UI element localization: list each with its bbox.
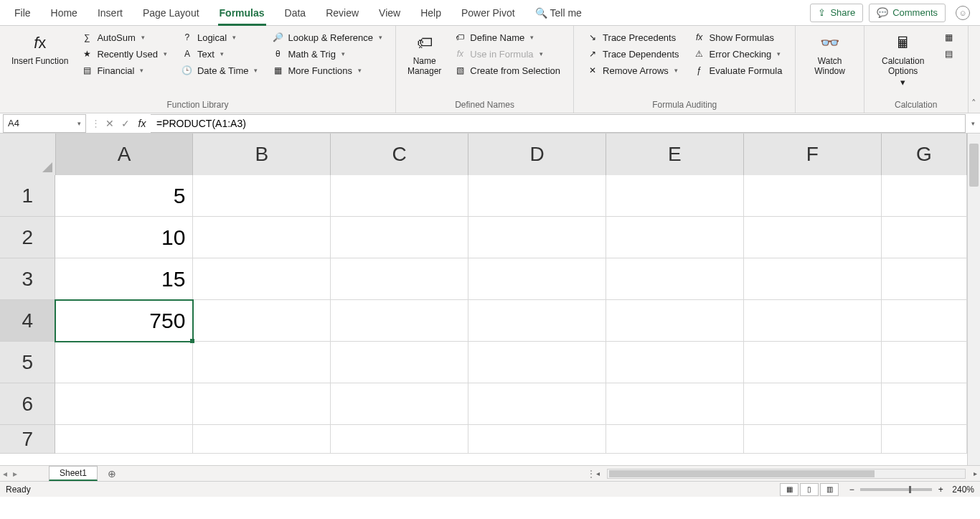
enter-formula-button[interactable]: ✓ xyxy=(118,118,133,129)
sheet-nav-prev[interactable]: ◂ xyxy=(0,469,10,479)
column-header-B[interactable]: B xyxy=(193,134,331,175)
name-box[interactable]: A4 ▾ xyxy=(3,114,86,133)
zoom-slider-thumb[interactable] xyxy=(909,486,911,493)
cell-A6[interactable] xyxy=(55,383,193,425)
error-checking-button[interactable]: ⚠Error Checking▾ xyxy=(689,47,787,61)
add-sheet-button[interactable]: ⊕ xyxy=(105,467,119,481)
cell-F6[interactable] xyxy=(744,383,882,425)
cell-D6[interactable] xyxy=(468,383,606,425)
view-page-layout-button[interactable]: ▯ xyxy=(800,483,819,496)
watch-window-button[interactable]: 👓 Watch Window xyxy=(801,29,857,80)
cell-B3[interactable] xyxy=(193,258,331,300)
recently-used-button[interactable]: ★Recently Used▾ xyxy=(77,47,171,61)
remove-arrows-button[interactable]: ✕Remove Arrows▾ xyxy=(583,63,683,78)
trace-dependents-button[interactable]: ↗Trace Dependents xyxy=(583,47,683,61)
hscroll-right[interactable]: ▸ xyxy=(970,469,980,477)
lookup-reference-button[interactable]: 🔎Lookup & Reference▾ xyxy=(268,30,387,45)
logical-button[interactable]: ?Logical▾ xyxy=(177,30,263,45)
calculate-sheet-button[interactable]: ▤ xyxy=(939,47,959,61)
cell-D5[interactable] xyxy=(468,342,606,383)
tab-home[interactable]: Home xyxy=(41,0,88,26)
sheet-tab-sheet1[interactable]: Sheet1 xyxy=(49,466,98,481)
row-header-5[interactable]: 5 xyxy=(0,342,55,383)
cell-F1[interactable] xyxy=(744,175,882,217)
cell-G3[interactable] xyxy=(882,258,967,300)
tab-formulas[interactable]: Formulas xyxy=(209,0,275,26)
collapse-ribbon-button[interactable]: ˄ xyxy=(969,26,980,113)
tab-page-layout[interactable]: Page Layout xyxy=(133,0,209,26)
cell-C7[interactable] xyxy=(331,425,468,454)
cell-E4[interactable] xyxy=(606,300,744,342)
cell-D2[interactable] xyxy=(468,217,606,258)
row-header-4[interactable]: 4 xyxy=(0,300,55,342)
name-manager-button[interactable]: 🏷 Name Manager xyxy=(402,29,447,80)
row-header-7[interactable]: 7 xyxy=(0,425,55,454)
show-formulas-button[interactable]: fxShow Formulas xyxy=(689,30,787,45)
tab-insert[interactable]: Insert xyxy=(88,0,133,26)
zoom-slider[interactable] xyxy=(860,488,932,491)
split-handle[interactable]: ⋮ xyxy=(587,469,593,479)
cell-A4[interactable]: 750 xyxy=(55,300,193,342)
row-header-6[interactable]: 6 xyxy=(0,383,55,425)
vertical-scrollbar[interactable] xyxy=(967,134,980,465)
column-header-C[interactable]: C xyxy=(331,134,468,175)
column-header-E[interactable]: E xyxy=(606,134,744,175)
cell-A1[interactable]: 5 xyxy=(55,175,193,217)
cell-A5[interactable] xyxy=(55,342,193,383)
feedback-smiley-icon[interactable]: ☺ xyxy=(956,6,970,20)
column-header-A[interactable]: A xyxy=(56,134,194,175)
share-button[interactable]: ⇪ Share xyxy=(810,4,863,22)
sheet-nav-next[interactable]: ▸ xyxy=(10,469,20,479)
horizontal-scrollbar[interactable] xyxy=(607,469,966,479)
cell-C1[interactable] xyxy=(331,175,468,217)
insert-function-fx-button[interactable]: fx xyxy=(133,118,151,129)
cell-A7[interactable] xyxy=(55,425,193,454)
cell-D1[interactable] xyxy=(468,175,606,217)
view-normal-button[interactable]: ▦ xyxy=(780,483,798,496)
tab-power-pivot[interactable]: Power Pivot xyxy=(451,0,525,26)
cell-C6[interactable] xyxy=(331,383,468,425)
cell-G5[interactable] xyxy=(882,342,967,383)
more-functions-button[interactable]: ▦More Functions▾ xyxy=(268,63,387,78)
cell-E1[interactable] xyxy=(606,175,744,217)
cell-B5[interactable] xyxy=(193,342,331,383)
tell-me-search[interactable]: 🔍 Tell me xyxy=(525,0,592,26)
autosum-button[interactable]: ∑AutoSum▾ xyxy=(77,30,171,45)
zoom-percent[interactable]: 240% xyxy=(952,485,974,495)
cell-E2[interactable] xyxy=(606,217,744,258)
cell-F2[interactable] xyxy=(744,217,882,258)
calculate-now-button[interactable]: ▦ xyxy=(939,30,959,45)
cell-G7[interactable] xyxy=(882,425,967,454)
zoom-in-button[interactable]: + xyxy=(935,485,946,495)
cell-G6[interactable] xyxy=(882,383,967,425)
row-header-3[interactable]: 3 xyxy=(0,258,55,300)
math-trig-button[interactable]: θMath & Trig▾ xyxy=(268,47,387,61)
tab-file[interactable]: File xyxy=(4,0,41,26)
cell-F7[interactable] xyxy=(744,425,882,454)
cell-G4[interactable] xyxy=(882,300,967,342)
tab-data[interactable]: Data xyxy=(275,0,316,26)
insert-function-button[interactable]: fx Insert Function xyxy=(6,29,74,69)
cell-E6[interactable] xyxy=(606,383,744,425)
cell-G2[interactable] xyxy=(882,217,967,258)
cell-C3[interactable] xyxy=(331,258,468,300)
view-page-break-button[interactable]: ▥ xyxy=(820,483,839,496)
cell-F4[interactable] xyxy=(744,300,882,342)
tab-help[interactable]: Help xyxy=(410,0,451,26)
cell-B2[interactable] xyxy=(193,217,331,258)
cancel-formula-button[interactable]: ✕ xyxy=(102,118,118,129)
cell-D3[interactable] xyxy=(468,258,606,300)
date-time-button[interactable]: 🕒Date & Time▾ xyxy=(177,63,263,78)
column-header-D[interactable]: D xyxy=(468,134,606,175)
cell-E7[interactable] xyxy=(606,425,744,454)
column-header-F[interactable]: F xyxy=(744,134,882,175)
cell-A3[interactable]: 15 xyxy=(55,258,193,300)
column-header-G[interactable]: G xyxy=(882,134,967,175)
cell-B7[interactable] xyxy=(193,425,331,454)
evaluate-formula-button[interactable]: ƒEvaluate Formula xyxy=(689,63,787,78)
cell-C5[interactable] xyxy=(331,342,468,383)
calculation-options-button[interactable]: 🖩 Calculation Options ▾ xyxy=(870,29,936,90)
cell-B4[interactable] xyxy=(193,300,331,342)
expand-formula-bar-button[interactable]: ▾ xyxy=(966,120,980,127)
create-from-selection-button[interactable]: ▧Create from Selection xyxy=(450,63,565,78)
